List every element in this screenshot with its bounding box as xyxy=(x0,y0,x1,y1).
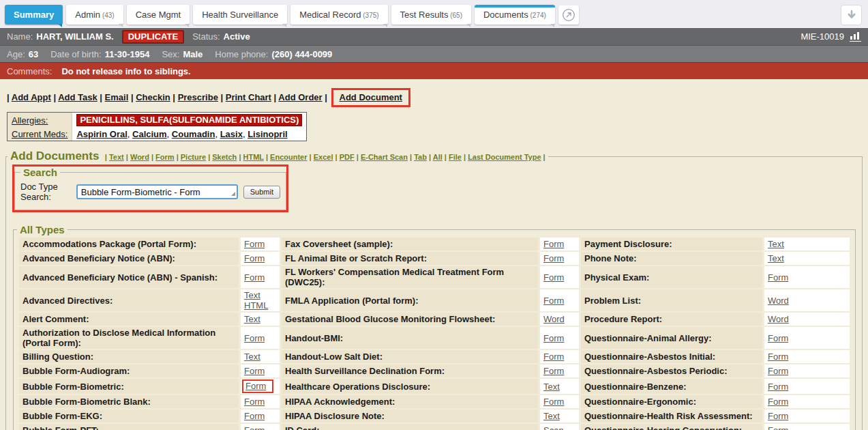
doc-type-links: Form xyxy=(241,238,280,250)
med-link-calcium[interactable]: Calcium xyxy=(132,129,167,139)
med-link-lisinopril[interactable]: Lisinopril xyxy=(248,129,288,139)
current-meds-link[interactable]: Current Meds: xyxy=(12,129,68,139)
doc-type-links: Text xyxy=(540,379,579,394)
tab-label: Documents xyxy=(483,10,528,20)
id-card-scan-link[interactable]: Scan xyxy=(543,425,564,430)
doc-type-links: Form xyxy=(540,266,579,288)
add-task-link[interactable]: Add Task xyxy=(58,92,98,102)
doc-type-links: Form xyxy=(241,410,280,422)
advanced-directives-html-link[interactable]: HTML xyxy=(244,300,268,311)
doc-type-label: Handout-Low Salt Diet: xyxy=(282,350,538,363)
add-order-link[interactable]: Add Order xyxy=(278,92,322,102)
hipaa-disclosure-note-text-link[interactable]: Text xyxy=(543,411,560,421)
authorization-to-disclose-medical-information-portal-form-form-link[interactable]: Form xyxy=(244,333,265,343)
add-document-link[interactable]: Add Document xyxy=(340,92,402,102)
filter-link-file[interactable]: File xyxy=(449,153,462,161)
fax-coversheet-sample-form-link[interactable]: Form xyxy=(543,239,564,249)
questionnaire-asbestos-initial-form-link[interactable]: Form xyxy=(768,352,788,362)
filter-link-all[interactable]: All xyxy=(433,153,443,161)
external-link-icon xyxy=(562,8,575,22)
filter-link-encounter[interactable]: Encounter xyxy=(270,153,307,161)
filter-link-word[interactable]: Word xyxy=(130,153,149,161)
tab-summary[interactable]: Summary xyxy=(5,5,63,25)
procedure-report-word-link[interactable]: Word xyxy=(768,314,789,324)
filter-link-form[interactable]: Form xyxy=(155,153,175,161)
doc-type-search-input[interactable] xyxy=(76,184,238,199)
med-link-lasix[interactable]: Lasix xyxy=(220,129,243,139)
submit-button[interactable]: Submit xyxy=(243,186,280,199)
alert-comment-text-link[interactable]: Text xyxy=(244,314,260,324)
payment-disclosure-text-link[interactable]: Text xyxy=(768,239,784,249)
filter-link-text[interactable]: Text xyxy=(109,153,124,161)
filter-link-last-document-type[interactable]: Last Document Type xyxy=(468,153,541,161)
prescribe-link[interactable]: Prescribe xyxy=(178,92,218,102)
bubble-form-pft-form-link[interactable]: Form xyxy=(244,425,265,430)
med-link-aspirin-oral[interactable]: Aspirin Oral xyxy=(76,129,127,139)
download-chart-button[interactable] xyxy=(841,5,862,25)
filter-link-e-chart-scan[interactable]: E-Chart Scan xyxy=(361,153,408,161)
physical-exam-form-link[interactable]: Form xyxy=(768,272,788,283)
accommodations-package-portal-form-form-link[interactable]: Form xyxy=(244,239,265,249)
allergies-link[interactable]: Allergies: xyxy=(12,115,48,126)
allergy-alert-badge[interactable]: PENICILLINS, SULFA(SULFONAMIDE ANTIBIOTI… xyxy=(76,114,302,126)
status-label: Status: xyxy=(192,31,220,42)
fl-animal-bite-or-scratch-report-form-link[interactable]: Form xyxy=(543,253,564,263)
doc-type-links: Form xyxy=(241,266,280,288)
age-label: Age: xyxy=(7,49,25,59)
doc-type-links: Text xyxy=(764,238,850,250)
hipaa-acknowledgement-form-link[interactable]: Form xyxy=(543,397,564,407)
patient-age: 63 xyxy=(29,49,38,59)
checkin-link[interactable]: Checkin xyxy=(136,92,170,102)
popout-tab-stub[interactable] xyxy=(558,5,579,25)
filter-link-excel[interactable]: Excel xyxy=(314,153,333,161)
advanced-beneficiary-notice-abn-form-link[interactable]: Form xyxy=(244,253,265,263)
bubble-form-audiogram-form-link[interactable]: Form xyxy=(244,366,265,376)
med-link-coumadin[interactable]: Coumadin xyxy=(172,129,215,139)
questionnaire-ergonomic-form-link[interactable]: Form xyxy=(768,397,788,407)
doc-type-links: Form xyxy=(540,364,579,377)
doc-type-links: Form xyxy=(764,327,850,349)
bubble-form-biometric-blank-form-link[interactable]: Form xyxy=(244,397,265,407)
questionnaire-benzene-form-link[interactable]: Form xyxy=(768,382,788,392)
questionnaire-asbestos-periodic-form-link[interactable]: Form xyxy=(768,366,788,376)
questionnaire-hearing-conservation-form-link[interactable]: Form xyxy=(768,425,788,430)
add-appt-link[interactable]: Add Appt xyxy=(12,92,51,102)
chart-stats-icon[interactable] xyxy=(850,31,861,42)
email-link[interactable]: Email xyxy=(105,92,129,102)
tab-test-results[interactable]: Test Results (65) xyxy=(391,5,471,25)
questionnaire-animal-allergy-form-link[interactable]: Form xyxy=(768,333,788,343)
all-types-legend: All Types xyxy=(17,224,68,235)
handout-low-salt-diet-form-link[interactable]: Form xyxy=(543,352,564,362)
doc-type-links: Text xyxy=(540,410,579,422)
tab-documents[interactable]: Documents (274) xyxy=(475,5,555,25)
advanced-directives-text-link[interactable]: Text xyxy=(244,290,260,300)
tab-admin[interactable]: Admin (43) xyxy=(66,5,123,25)
healthcare-operations-disclosure-text-link[interactable]: Text xyxy=(543,382,560,392)
gestational-blood-glucose-monitoring-flowsheet-word-link[interactable]: Word xyxy=(543,314,565,324)
health-surveillance-declination-form-form-link[interactable]: Form xyxy=(543,366,564,376)
advanced-beneficiary-notice-abn-spanish-form-link[interactable]: Form xyxy=(244,272,265,283)
doc-type-label: Questionnaire-Ergonomic: xyxy=(581,395,762,408)
tab-medical-record[interactable]: Medical Record (375) xyxy=(290,5,387,25)
filter-link-sketch[interactable]: Sketch xyxy=(212,153,237,161)
fmla-application-portal-form-form-link[interactable]: Form xyxy=(543,296,564,306)
phone-note-text-link[interactable]: Text xyxy=(768,253,784,263)
filter-link-html[interactable]: HTML xyxy=(243,153,264,161)
bubble-form-biometric-form-link[interactable]: Form xyxy=(245,381,266,391)
search-annotation-box: Search Doc Type Search: Submit xyxy=(12,164,288,212)
doc-type-links: Form xyxy=(764,424,850,430)
doc-type-label: Healthcare Operations Disclosure: xyxy=(282,379,538,394)
print-chart-link[interactable]: Print Chart xyxy=(226,92,271,102)
billing-question-text-link[interactable]: Text xyxy=(244,352,260,362)
filter-link-tab[interactable]: Tab xyxy=(414,153,427,161)
handout-bmi-form-link[interactable]: Form xyxy=(543,333,564,343)
tab-health-surveillance[interactable]: Health Surveillance xyxy=(193,5,287,25)
questionnaire-health-risk-assessment-form-link[interactable]: Form xyxy=(768,411,788,421)
problem-list-word-link[interactable]: Word xyxy=(768,296,789,306)
tab-case-mgmt[interactable]: Case Mgmt xyxy=(127,5,190,25)
bubble-form-ekg-form-link[interactable]: Form xyxy=(244,411,265,421)
filter-link-pdf[interactable]: PDF xyxy=(340,153,355,161)
fl-workers-compensation-medical-treatment-form-dwc25-form-link[interactable]: Form xyxy=(543,272,564,283)
tab-count: (65) xyxy=(448,12,462,19)
filter-link-picture[interactable]: Picture xyxy=(181,153,206,161)
